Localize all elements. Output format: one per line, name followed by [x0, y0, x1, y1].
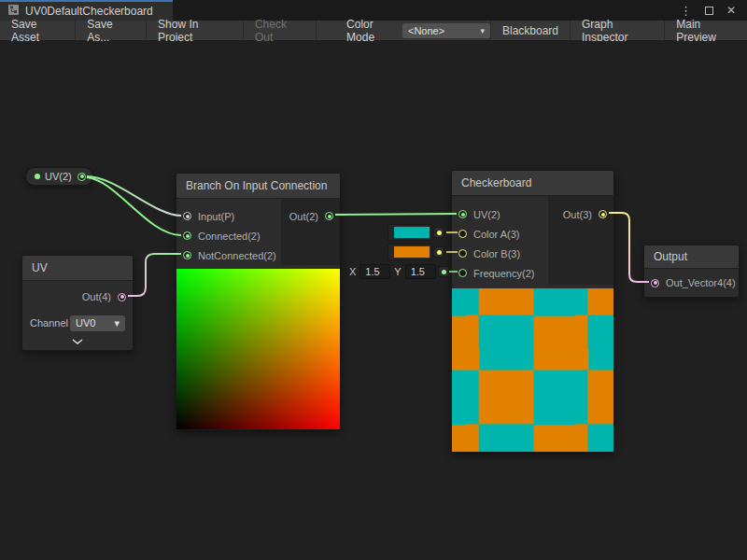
port-row-input: Input(P) — [176, 206, 281, 226]
chevron-down-icon: ▾ — [114, 317, 120, 329]
node-uv[interactable]: UV Out(4) Channel UV0 ▾ — [21, 255, 134, 351]
color-a-fill — [394, 227, 430, 238]
maximize-icon[interactable] — [705, 7, 713, 15]
port-out4[interactable] — [118, 293, 126, 301]
edge-branchout-to-checkerboard — [335, 214, 457, 215]
edge-uvout4-to-notconnected — [128, 254, 181, 296]
edge-uvpill-to-connected — [87, 177, 181, 235]
node-title: UV — [22, 256, 133, 281]
port-row-out-vector4: Out_Vector4(4) — [644, 269, 739, 297]
node-checkerboard[interactable]: Checkerboard UV(2) Color A(3) Color B(3) — [451, 170, 614, 453]
node-branch-on-input-connection[interactable]: Branch On Input Connection Input(P) Conn… — [176, 173, 341, 430]
node-output[interactable]: Output Out_Vector4(4) — [643, 245, 740, 298]
port-input-p[interactable] — [183, 212, 191, 220]
tab-title: UV0DefaultCheckerboard — [25, 5, 153, 18]
port-color-a[interactable] — [458, 230, 467, 238]
collapse-chevron-button[interactable] — [22, 333, 133, 350]
blackboard-toggle[interactable]: Blackboard — [490, 21, 570, 40]
color-b-stub-dot — [433, 246, 444, 258]
port-uv2-out[interactable] — [78, 173, 86, 181]
port-out3[interactable] — [599, 210, 607, 218]
main-preview-toggle[interactable]: Main Preview — [664, 21, 747, 40]
port-row-connected: Connected(2) — [176, 226, 281, 245]
frequency-y-field[interactable]: 1.5 — [405, 264, 436, 279]
node-title: Output — [644, 245, 739, 269]
preview-state-dot — [35, 174, 40, 179]
frequency-x-field[interactable]: 1.5 — [359, 264, 390, 279]
color-a-stub-dot — [433, 227, 444, 238]
save-as-button[interactable]: Save As... — [76, 21, 147, 40]
frequency-stub-dot — [438, 266, 449, 277]
port-row-frequency: Frequency(2) — [452, 263, 548, 283]
port-row-out3: Out(3) — [548, 204, 613, 224]
port-row-notconnected: NotConnected(2) — [176, 245, 281, 265]
graph-inspector-toggle[interactable]: Graph Inspector — [570, 21, 664, 40]
port-uv2-in[interactable] — [458, 210, 467, 218]
x-label: X — [349, 266, 356, 277]
port-color-b[interactable] — [458, 249, 467, 258]
chevron-down-icon — [72, 339, 83, 344]
close-icon[interactable]: ✕ — [726, 4, 736, 17]
frequency-fields: X 1.5 Y 1.5 — [349, 264, 436, 279]
color-mode-group: Color Mode <None> ▾ — [346, 18, 490, 44]
toolbar-right-group: Blackboard Graph Inspector Main Preview — [490, 21, 747, 40]
port-row-uv2: UV(2) — [452, 204, 548, 224]
save-asset-button[interactable]: Save Asset — [0, 21, 76, 40]
graph-canvas[interactable]: UV(2) Branch On Input Connection Input(P… — [0, 41, 747, 560]
node-uv2-pill[interactable]: UV(2) — [25, 167, 93, 186]
shader-graph-window: UV0DefaultCheckerboard ⋮ ✕ Save Asset Sa… — [0, 0, 747, 560]
port-out-vector4[interactable] — [651, 279, 659, 287]
uv-gradient-preview — [176, 269, 340, 429]
port-row-out2: Out(2) — [281, 206, 340, 226]
node-title: Checkerboard — [452, 171, 613, 196]
color-b-fill — [394, 246, 430, 258]
checkerboard-preview — [452, 288, 613, 452]
color-mode-label: Color Mode — [346, 18, 395, 44]
color-mode-dropdown[interactable]: <None> ▾ — [402, 23, 490, 38]
port-row-color-a: Color A(3) — [452, 224, 548, 244]
pill-title: UV(2) — [45, 171, 73, 182]
port-notconnected2[interactable] — [183, 251, 191, 259]
kebab-menu-icon[interactable]: ⋮ — [680, 4, 692, 18]
node-title: Branch On Input Connection — [176, 174, 340, 199]
channel-dropdown[interactable]: UV0 ▾ — [70, 315, 125, 331]
port-row-color-b: Color B(3) — [452, 244, 548, 263]
port-out2[interactable] — [325, 212, 333, 220]
channel-label: Channel — [30, 317, 68, 329]
color-b-swatch[interactable] — [388, 244, 432, 260]
show-in-project-button[interactable]: Show In Project — [147, 21, 244, 40]
edge-uvpill-to-input — [87, 176, 181, 216]
toolbar: Save Asset Save As... Show In Project Ch… — [0, 21, 747, 41]
port-frequency[interactable] — [458, 269, 467, 277]
color-a-swatch[interactable] — [388, 224, 432, 241]
channel-control: Channel UV0 ▾ — [22, 313, 133, 333]
port-row-out4: Out(4) — [22, 281, 133, 313]
chevron-down-icon: ▾ — [480, 26, 485, 35]
y-label: Y — [394, 266, 401, 277]
port-connected2[interactable] — [183, 231, 191, 240]
check-out-button: Check Out — [244, 21, 317, 40]
